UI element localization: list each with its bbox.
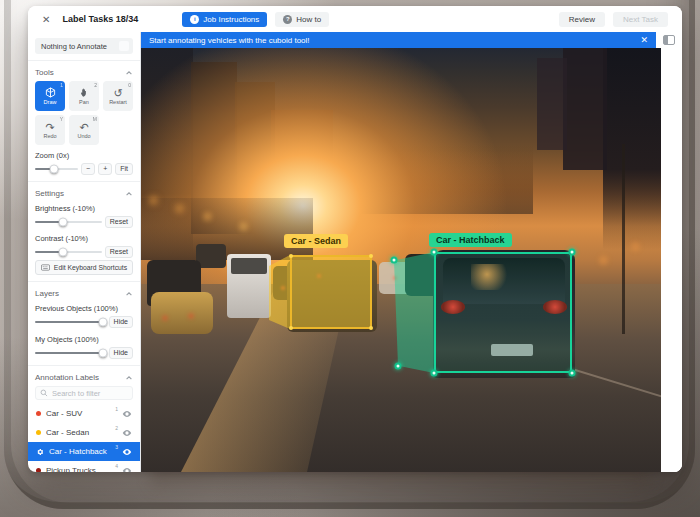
chevron-up-icon	[125, 190, 133, 198]
main-area: Start annotating vehicles with the cuboi…	[141, 32, 682, 472]
white-van	[227, 254, 271, 318]
cuboid-handle[interactable]	[395, 363, 402, 370]
edit-keyboard-shortcuts-label: Edit Keyboard Shortcuts	[54, 264, 127, 271]
brightness-reset-button[interactable]: Reset	[105, 216, 133, 228]
label-color-dot	[36, 468, 41, 472]
label-row-car-suv[interactable]: Car - SUV 1	[28, 404, 140, 423]
settings-section-header[interactable]: Settings	[35, 188, 133, 202]
cuboid-corner[interactable]	[289, 254, 293, 258]
eye-icon[interactable]	[122, 447, 132, 457]
hint-banner: Start annotating vehicles with the cuboi…	[141, 32, 656, 48]
contrast-reset-button[interactable]: Reset	[105, 246, 133, 258]
info-icon: i	[190, 15, 199, 24]
undo-icon: ↶	[79, 122, 88, 132]
zoom-out-button[interactable]: −	[81, 163, 95, 175]
pan-tool-button[interactable]: 2 Pan	[69, 81, 99, 111]
label-row-pickup-trucks[interactable]: Pickup Trucks 4	[28, 461, 140, 472]
tool-buttons: 1 Draw 2 Pan 0 ↺ Restart	[35, 81, 133, 145]
cuboid-handle[interactable]	[391, 257, 398, 264]
gear-icon[interactable]	[36, 448, 44, 456]
label-name: Car - SUV	[46, 409, 117, 418]
job-instructions-label: Job Instructions	[203, 15, 259, 24]
select-affordance	[119, 41, 129, 51]
previous-objects-slider[interactable]	[35, 317, 106, 327]
draw-tool-button[interactable]: 1 Draw	[35, 81, 65, 111]
zoom-slider[interactable]	[35, 164, 78, 174]
pan-kbd: 2	[94, 82, 97, 88]
tools-section-header[interactable]: Tools	[35, 67, 133, 81]
brightness-label: Brightness (-10%)	[35, 204, 133, 213]
draw-kbd: 1	[60, 82, 63, 88]
label-row-car-sedan[interactable]: Car - Sedan 2	[28, 423, 140, 442]
layers-title: Layers	[35, 289, 59, 298]
hatchback-cuboid-side-face[interactable]	[394, 252, 434, 373]
annotation-tag-hatchback[interactable]: Car - Hatchback	[429, 233, 512, 247]
settings-title: Settings	[35, 189, 64, 198]
cuboid-handle[interactable]	[431, 370, 438, 377]
redo-kbd: Y	[60, 116, 63, 122]
redo-icon: ↷	[45, 122, 54, 132]
annotation-label-list: Car - SUV 1 Car - Sedan 2 Car - Hatchbac…	[28, 404, 140, 472]
my-objects-hide-button[interactable]: Hide	[109, 347, 133, 359]
search-input[interactable]	[52, 389, 132, 398]
eye-icon[interactable]	[122, 466, 132, 473]
sidebar: Nothing to Annotate Tools 1 Draw 2	[28, 32, 141, 472]
sedan-cuboid-front-face[interactable]	[290, 255, 372, 329]
hatchback-cuboid-front-face[interactable]	[434, 252, 572, 373]
next-task-button[interactable]: Next Task	[613, 12, 668, 27]
eye-icon[interactable]	[122, 428, 132, 438]
mockup-stage: ✕ Label Tasks 18/34 i Job Instructions ?…	[0, 0, 700, 517]
zoom-fit-button[interactable]: Fit	[115, 163, 133, 175]
toggle-panel-button[interactable]	[656, 32, 682, 48]
cuboid-corner[interactable]	[369, 254, 373, 258]
label-search	[35, 386, 133, 400]
cuboid-corner[interactable]	[289, 326, 293, 330]
zoom-in-button[interactable]: +	[98, 163, 112, 175]
label-kbd: 2	[115, 425, 118, 431]
cuboid-icon	[45, 87, 56, 98]
my-objects-label: My Objects (100%)	[35, 335, 133, 344]
cuboid-handle[interactable]	[431, 249, 438, 256]
contrast-slider[interactable]	[35, 247, 102, 257]
canvas-right-gutter	[661, 48, 682, 472]
label-row-car-hatchback[interactable]: Car - Hatchback 3	[28, 442, 140, 461]
sedan-cuboid-side-face[interactable]	[269, 255, 290, 329]
streetlight-glows	[141, 48, 146, 53]
undo-tool-button[interactable]: M ↶ Undo	[69, 115, 99, 145]
label-color-dot	[36, 411, 41, 416]
restart-kbd: 0	[128, 82, 131, 88]
eye-icon[interactable]	[122, 409, 132, 419]
app-window: ✕ Label Tasks 18/34 i Job Instructions ?…	[28, 6, 682, 472]
review-button[interactable]: Review	[559, 12, 605, 27]
undo-label: Undo	[77, 133, 90, 139]
annotation-labels-section-header[interactable]: Annotation Labels	[35, 372, 133, 386]
job-instructions-button[interactable]: i Job Instructions	[182, 12, 267, 27]
keyboard-icon	[41, 264, 50, 271]
edit-keyboard-shortcuts-button[interactable]: Edit Keyboard Shortcuts	[35, 260, 133, 275]
annotation-canvas[interactable]: Car - Sedan Car - Hatchback	[141, 48, 661, 472]
label-kbd: 3	[115, 444, 118, 450]
contrast-label: Contrast (-10%)	[35, 234, 133, 243]
how-to-button[interactable]: ? How to	[275, 12, 329, 27]
layers-section-header[interactable]: Layers	[35, 288, 133, 302]
nothing-to-annotate-select[interactable]: Nothing to Annotate	[35, 38, 133, 54]
label-color-dot	[36, 430, 41, 435]
cuboid-handle[interactable]	[569, 370, 576, 377]
my-objects-slider[interactable]	[35, 348, 106, 358]
cuboid-handle[interactable]	[569, 249, 576, 256]
banner-close-icon[interactable]: ✕	[640, 35, 648, 45]
annotation-tag-sedan[interactable]: Car - Sedan	[284, 234, 348, 248]
lamp-post	[622, 144, 625, 334]
close-icon[interactable]: ✕	[38, 14, 54, 25]
cuboid-corner[interactable]	[369, 326, 373, 330]
restart-icon: ↺	[113, 88, 122, 98]
brightness-slider[interactable]	[35, 217, 102, 227]
chevron-up-icon	[125, 69, 133, 77]
previous-objects-label: Previous Objects (100%)	[35, 304, 133, 313]
pan-label: Pan	[79, 99, 89, 105]
restart-tool-button[interactable]: 0 ↺ Restart	[103, 81, 133, 111]
redo-tool-button[interactable]: Y ↷ Redo	[35, 115, 65, 145]
draw-label: Draw	[44, 99, 57, 105]
previous-objects-hide-button[interactable]: Hide	[109, 316, 133, 328]
label-kbd: 4	[115, 463, 118, 469]
